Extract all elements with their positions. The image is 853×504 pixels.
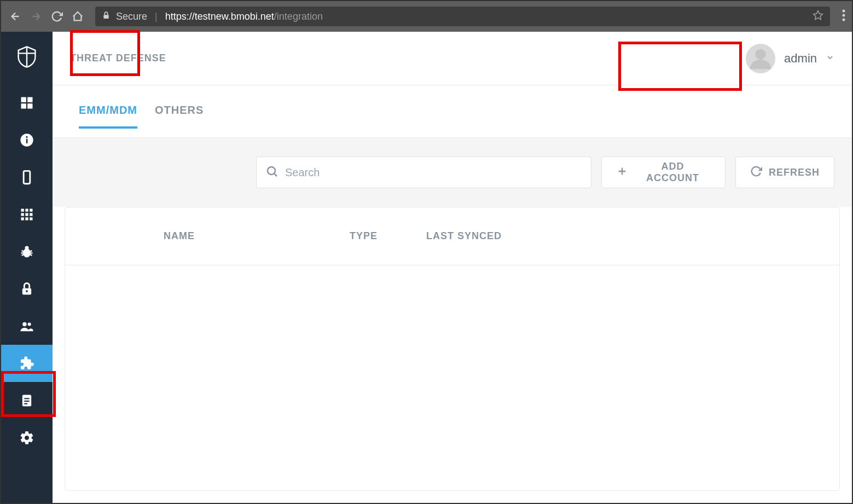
browser-chrome: Secure | https://testnew.bmobi.net/integ… xyxy=(1,1,852,32)
svg-rect-19 xyxy=(21,217,24,220)
lock-icon xyxy=(102,11,111,22)
svg-point-25 xyxy=(26,290,28,292)
svg-rect-31 xyxy=(24,403,27,404)
svg-point-23 xyxy=(25,246,29,250)
add-account-button[interactable]: ADD ACCOUNT xyxy=(601,157,726,188)
svg-point-4 xyxy=(843,19,845,21)
svg-point-32 xyxy=(755,49,765,59)
user-menu[interactable]: admin xyxy=(746,44,834,73)
divider: | xyxy=(155,11,158,22)
svg-rect-14 xyxy=(25,209,28,212)
svg-marker-1 xyxy=(814,10,823,19)
refresh-label: REFRESH xyxy=(769,167,820,178)
svg-rect-17 xyxy=(25,213,28,216)
sidebar-item-settings[interactable] xyxy=(1,419,53,456)
avatar xyxy=(746,44,775,73)
svg-rect-5 xyxy=(21,97,26,102)
svg-point-33 xyxy=(268,167,275,175)
svg-rect-12 xyxy=(24,171,30,183)
refresh-icon xyxy=(750,165,762,180)
sidebar-item-bug[interactable] xyxy=(1,233,53,270)
search-input[interactable] xyxy=(285,166,582,179)
svg-rect-10 xyxy=(26,139,28,143)
sidebar-item-integration[interactable] xyxy=(1,345,53,382)
svg-rect-15 xyxy=(30,209,32,212)
chevron-down-icon xyxy=(826,53,834,64)
column-name[interactable]: NAME xyxy=(164,230,350,242)
forward-button[interactable] xyxy=(28,9,44,24)
svg-rect-13 xyxy=(21,209,24,212)
tab-emm-mdm[interactable]: EMM/MDM xyxy=(79,99,137,124)
svg-rect-7 xyxy=(21,103,26,108)
table: NAME TYPE LAST SYNCED xyxy=(65,207,840,491)
column-last-synced[interactable]: LAST SYNCED xyxy=(426,230,839,242)
column-type[interactable]: TYPE xyxy=(350,230,426,242)
sidebar-item-info[interactable] xyxy=(1,121,53,159)
sidebar xyxy=(1,32,53,503)
search-box[interactable] xyxy=(256,157,591,188)
sidebar-item-lock[interactable] xyxy=(1,270,53,308)
sidebar-item-document[interactable] xyxy=(1,382,53,419)
home-button[interactable] xyxy=(70,9,85,24)
svg-rect-6 xyxy=(27,97,32,102)
svg-point-26 xyxy=(22,322,26,326)
address-bar[interactable]: Secure | https://testnew.bmobi.net/integ… xyxy=(95,7,830,26)
back-button[interactable] xyxy=(8,9,23,24)
page-title: THREAT DEFENSE xyxy=(70,53,166,64)
browser-menu-icon[interactable] xyxy=(842,9,845,24)
app-logo[interactable] xyxy=(15,45,39,69)
svg-point-11 xyxy=(26,136,27,138)
url: https://testnew.bmobi.net/integration xyxy=(165,11,323,22)
svg-point-3 xyxy=(843,14,845,17)
refresh-button[interactable]: REFRESH xyxy=(735,157,834,188)
sidebar-item-dashboard[interactable] xyxy=(1,84,53,121)
tab-others[interactable]: OTHERS xyxy=(155,99,204,124)
sidebar-item-users[interactable] xyxy=(1,308,53,345)
svg-point-2 xyxy=(843,10,845,13)
reload-button[interactable] xyxy=(49,9,65,24)
svg-rect-29 xyxy=(24,398,29,399)
svg-point-27 xyxy=(28,322,31,326)
svg-rect-20 xyxy=(25,217,28,220)
app-header: THREAT DEFENSE admin xyxy=(53,32,852,85)
svg-rect-21 xyxy=(30,217,32,220)
secure-label: Secure xyxy=(116,11,147,22)
plus-icon xyxy=(616,165,628,180)
svg-rect-0 xyxy=(103,15,108,19)
sidebar-item-apps[interactable] xyxy=(1,196,53,233)
svg-rect-30 xyxy=(24,401,29,402)
toolbar: ADD ACCOUNT REFRESH xyxy=(53,138,852,207)
sidebar-item-device[interactable] xyxy=(1,159,53,196)
svg-rect-18 xyxy=(30,213,32,216)
search-icon xyxy=(265,165,278,180)
svg-point-22 xyxy=(23,248,31,257)
username: admin xyxy=(784,51,817,66)
svg-rect-16 xyxy=(21,213,24,216)
tabs: EMM/MDM OTHERS xyxy=(53,85,852,138)
svg-rect-8 xyxy=(27,103,32,108)
table-header: NAME TYPE LAST SYNCED xyxy=(65,207,839,265)
add-account-label: ADD ACCOUNT xyxy=(635,161,711,184)
bookmark-star-icon[interactable] xyxy=(813,10,823,24)
